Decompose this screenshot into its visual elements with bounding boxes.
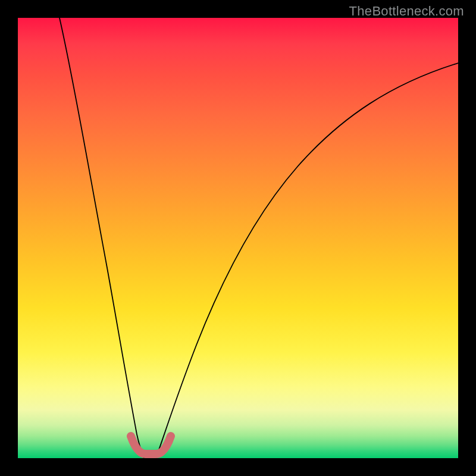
chart-frame: TheBottleneck.com: [0, 0, 476, 476]
curve-svg: [18, 18, 458, 458]
left-branch: [60, 18, 144, 458]
right-branch: [156, 63, 458, 458]
watermark-label: TheBottleneck.com: [349, 4, 464, 19]
valley-highlight: [131, 436, 171, 454]
plot-area: [18, 18, 458, 458]
